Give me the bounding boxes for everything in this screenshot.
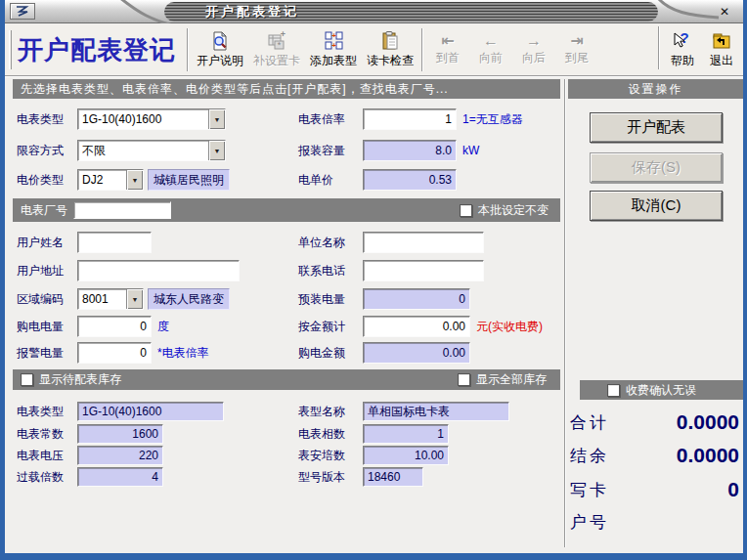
limit-mode-label: 限容方式 xyxy=(17,143,77,159)
nav-button-label: 向前 xyxy=(479,50,503,66)
total-label: 合计 xyxy=(570,411,609,434)
toolbar-separator xyxy=(187,28,189,71)
help-button-label: 帮助 xyxy=(671,53,694,69)
title-band: 开户配表登记 xyxy=(164,2,658,22)
tool-button-open-account-help[interactable]: 开户说明 xyxy=(192,26,248,73)
fee-confirm-checkbox[interactable] xyxy=(607,384,620,397)
purchase-qty-unit: 度 xyxy=(157,319,169,335)
factory-number-input[interactable] xyxy=(73,201,171,219)
customer-address-input[interactable] xyxy=(77,260,240,281)
show-all-stock-checkbox[interactable] xyxy=(458,373,470,386)
app-logo-icon xyxy=(16,6,29,17)
limit-mode-select[interactable]: 不限 ▼ xyxy=(77,140,226,161)
meter-type-value: 1G-10(40)1600 xyxy=(78,109,208,129)
capacity-field: 8.0 xyxy=(363,140,457,161)
overload-ratio-field: 4 xyxy=(77,467,163,487)
help-button[interactable]: ? 帮助 xyxy=(663,26,702,73)
total-row: 合计 0.0000 xyxy=(570,408,739,437)
price-type-select[interactable]: DJ2 ▼ xyxy=(77,169,144,191)
doc-search-icon xyxy=(209,30,231,52)
unit-price-field: 0.53 xyxy=(363,169,457,191)
tool-button-label: 读卡检查 xyxy=(367,53,414,69)
form-row: 电表电压 220 表安培数 10.00 xyxy=(13,446,562,465)
app-window: 开户配表登记 ✕ 开户配表登记 开户说明 * + xyxy=(0,0,747,560)
nav-button-last: ⇥ 到尾 xyxy=(555,26,598,73)
svg-text:*: * xyxy=(278,40,282,50)
form-row: 用户地址 联系电话 xyxy=(13,260,562,281)
form-row: 用户姓名 单位名称 xyxy=(13,232,562,253)
preload-energy-field: 0 xyxy=(363,288,470,310)
card-add-icon: * + xyxy=(266,30,287,52)
tool-button-read-card-check[interactable]: 读卡检查 xyxy=(362,26,418,73)
chevron-down-icon[interactable]: ▼ xyxy=(126,289,143,309)
by-amount-note: 元(实收电费) xyxy=(476,319,543,335)
meter-ampere-label: 表安培数 xyxy=(298,448,363,464)
instruction-bar: 先选择电表类型、电表倍率、电价类型等后点击[开户配表]，查找电表厂号... xyxy=(13,79,560,99)
region-description: 城东人民路变 xyxy=(148,288,230,310)
show-pending-stock-label: 显示待配表库存 xyxy=(39,371,121,388)
purchase-qty-label: 购电电量 xyxy=(17,319,77,335)
show-pending-stock-checkbox[interactable] xyxy=(21,373,33,386)
exit-button[interactable]: 退出 xyxy=(702,26,741,73)
clipboard-check-icon xyxy=(379,30,401,52)
nav-button-label: 向后 xyxy=(522,50,546,66)
form-row: 过载倍数 4 型号版本 18460 xyxy=(13,467,562,487)
chevron-down-icon[interactable]: ▼ xyxy=(208,141,225,160)
org-name-input[interactable] xyxy=(363,232,484,253)
account-number-label: 户号 xyxy=(570,511,609,534)
price-type-description: 城镇居民照明 xyxy=(148,169,230,191)
show-all-stock-label: 显示全部库存 xyxy=(476,371,547,388)
batch-fixed-checkbox[interactable] xyxy=(460,204,472,217)
panel-divider xyxy=(564,79,566,547)
svg-text:+: + xyxy=(331,41,336,50)
price-type-label: 电价类型 xyxy=(17,172,77,189)
price-type-value: DJ2 xyxy=(78,170,126,190)
svg-text:+: + xyxy=(331,31,336,40)
write-card-label: 写卡 xyxy=(570,479,609,501)
meter-type-select[interactable]: 1G-10(40)1600 ▼ xyxy=(77,108,226,130)
close-button[interactable]: ✕ xyxy=(716,3,733,20)
form-row: 区域编码 8001 ▼ 城东人民路变 预装电量 0 xyxy=(13,288,562,310)
multiplier-hint: 1=无互感器 xyxy=(462,111,523,128)
app-icon[interactable] xyxy=(10,3,35,20)
multiplier-input[interactable] xyxy=(363,108,457,130)
window-title: 开户配表登记 xyxy=(205,3,299,21)
form-row: 购电电量 度 按金额计 元(实收电费) xyxy=(13,316,562,337)
region-code-select[interactable]: 8001 ▼ xyxy=(77,288,144,310)
alarm-qty-label: 报警电量 xyxy=(17,345,77,362)
phone-input[interactable] xyxy=(363,260,484,281)
write-card-row: 写卡 0 xyxy=(570,475,739,504)
factory-number-label: 电表厂号 xyxy=(21,202,67,219)
toolbar-grip[interactable] xyxy=(9,30,12,69)
stock-filter-bar: 显示待配表库存 显示全部库存 xyxy=(13,369,560,390)
form-row: 报警电量 *电表倍率 购电金额 0.00 xyxy=(13,342,562,364)
unit-price-label: 电单价 xyxy=(298,172,363,189)
operations-panel-title: 设置操作 xyxy=(568,79,743,99)
next-record-icon: → xyxy=(526,33,542,49)
factory-number-bar: 电表厂号 本批设定不变 xyxy=(13,198,560,222)
nav-button-label: 到首 xyxy=(436,50,460,66)
nav-button-first: ⇤ 到首 xyxy=(426,26,469,73)
capacity-unit: kW xyxy=(462,144,479,157)
form-row: 电表常数 1600 电表相数 1 xyxy=(13,424,562,444)
multiplier-label: 电表倍率 xyxy=(298,111,363,128)
customer-name-input[interactable] xyxy=(77,232,152,253)
tool-button-label: 添加表型 xyxy=(310,53,357,69)
alarm-qty-input[interactable] xyxy=(77,342,152,364)
add-model-icon: + + xyxy=(322,30,345,52)
tool-button-add-meter-model[interactable]: + + 添加表型 xyxy=(305,26,362,73)
chevron-down-icon[interactable]: ▼ xyxy=(126,170,143,190)
purchase-amount-label: 购电金额 xyxy=(298,345,363,362)
chevron-down-icon[interactable]: ▼ xyxy=(208,109,225,129)
purchase-qty-input[interactable] xyxy=(77,316,152,337)
fee-confirm-bar: 收费确认无误 xyxy=(580,380,743,400)
batch-fixed-label: 本批设定不变 xyxy=(478,202,549,219)
toolbar: 开户配表登记 开户说明 * + 补设置卡 xyxy=(5,24,743,76)
meter-phases-label: 电表相数 xyxy=(298,426,363,443)
meter-type2-label: 电表类型 xyxy=(17,404,77,420)
cancel-button[interactable]: 取消(C) xyxy=(590,191,723,221)
balance-label: 结余 xyxy=(570,445,609,467)
nav-button-next: → 向后 xyxy=(512,26,555,73)
open-account-assign-button[interactable]: 开户配表 xyxy=(590,112,723,143)
by-amount-input[interactable] xyxy=(363,316,470,337)
